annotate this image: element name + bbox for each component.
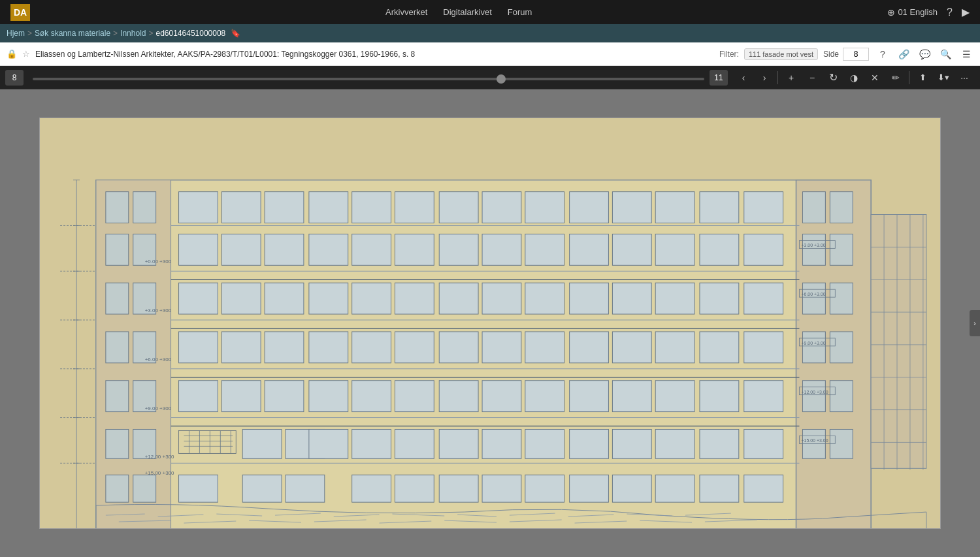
svg-text:+15.00 +300: +15.00 +300 [145, 470, 174, 476]
svg-rect-61 [352, 332, 391, 363]
svg-rect-78 [482, 381, 521, 412]
svg-rect-97 [744, 429, 783, 458]
svg-rect-51 [525, 283, 564, 314]
document-viewer: +0.00 +300 +3.00 +300 +6.00 +300 +9.00 +… [0, 89, 980, 557]
svg-text:+12.00 +3.00: +12.00 +3.00 [801, 390, 828, 394]
svg-rect-124 [133, 475, 156, 502]
svg-rect-82 [655, 381, 694, 412]
svg-text:+6.00 +3.00: +6.00 +3.00 [801, 292, 825, 296]
svg-rect-81 [612, 381, 651, 412]
total-pages-display: 11 [710, 70, 728, 86]
svg-rect-115 [106, 283, 129, 314]
user-icon[interactable]: ▶ [962, 6, 970, 18]
svg-rect-132 [830, 332, 853, 363]
svg-rect-103 [439, 475, 478, 502]
svg-rect-67 [612, 332, 651, 363]
svg-rect-47 [352, 283, 391, 314]
bookmark-icon[interactable]: 🔖 [231, 29, 240, 38]
svg-rect-104 [482, 475, 521, 502]
breadcrumb-sep-2: > [113, 29, 118, 38]
svg-rect-66 [570, 332, 609, 363]
svg-rect-69 [700, 332, 739, 363]
nav-right: ⊕ 01 English ? ▶ [887, 6, 970, 18]
page-control: Side [823, 48, 869, 61]
svg-rect-20 [395, 192, 434, 223]
svg-text:+15.00 +3.00: +15.00 +3.00 [801, 438, 828, 443]
svg-rect-108 [655, 475, 694, 502]
svg-text:+3.00 +3.00: +3.00 +3.00 [801, 243, 825, 247]
lock-icon: 🔒 [7, 49, 17, 59]
svg-rect-125 [802, 192, 825, 223]
svg-rect-35 [439, 234, 478, 265]
svg-rect-17 [265, 192, 304, 223]
nav-links: Arkivverket Digitalarkivet Forum [385, 7, 532, 17]
contrast-button[interactable]: ◑ [844, 69, 864, 87]
help-icon-title[interactable]: ? [875, 47, 890, 61]
more-button[interactable]: ··· [955, 69, 974, 87]
svg-rect-21 [439, 192, 478, 223]
help-icon[interactable]: ? [947, 7, 953, 18]
svg-rect-31 [265, 234, 304, 265]
page-input[interactable] [843, 48, 869, 61]
right-panel-toggle[interactable]: › [970, 310, 980, 336]
svg-rect-87 [309, 429, 348, 458]
app-logo[interactable]: DA [10, 4, 30, 21]
close-button[interactable]: ✕ [865, 69, 885, 87]
svg-rect-101 [352, 475, 391, 502]
svg-rect-58 [221, 332, 261, 363]
edit-button[interactable]: ✏ [886, 69, 906, 87]
svg-rect-95 [655, 429, 694, 458]
svg-rect-33 [352, 234, 391, 265]
svg-rect-29 [179, 234, 218, 265]
svg-rect-48 [395, 283, 434, 314]
list-icon-title[interactable]: ☰ [959, 47, 973, 61]
svg-rect-59 [265, 332, 304, 363]
svg-rect-117 [106, 332, 129, 363]
bookmark-icon-title[interactable]: ☆ [22, 49, 30, 59]
svg-rect-94 [612, 429, 651, 458]
language-selector[interactable]: ⊕ 01 English [887, 7, 938, 18]
svg-rect-34 [395, 234, 434, 265]
svg-rect-123 [106, 475, 129, 502]
svg-rect-119 [106, 381, 129, 412]
svg-rect-18 [309, 192, 348, 223]
svg-rect-23 [525, 192, 564, 223]
zoom-in-button[interactable]: + [781, 69, 801, 87]
comment-icon-title[interactable]: 💬 [917, 47, 932, 61]
prev-page-button[interactable]: ‹ [734, 69, 753, 87]
svg-rect-46 [309, 283, 348, 314]
svg-rect-99 [242, 475, 282, 502]
svg-rect-98 [179, 475, 218, 502]
svg-rect-41 [700, 234, 739, 265]
download-button[interactable]: ⬇▾ [934, 69, 953, 87]
next-page-button[interactable]: › [755, 69, 774, 87]
document-title: Eliassen og Lambertz-Nilssen Arkitekter,… [35, 50, 709, 59]
search-icon-title[interactable]: 🔍 [938, 47, 953, 61]
nav-arkivverket[interactable]: Arkivverket [385, 7, 427, 17]
svg-rect-89 [395, 429, 434, 458]
zoom-out-button[interactable]: − [802, 69, 822, 87]
breadcrumb-home[interactable]: Hjem [7, 29, 25, 38]
svg-rect-84 [744, 381, 783, 412]
svg-rect-73 [265, 381, 304, 412]
svg-rect-76 [395, 381, 434, 412]
breadcrumb-search[interactable]: Søk skanna materiale [35, 29, 110, 38]
svg-rect-64 [482, 332, 521, 363]
nav-digitalarkivet[interactable]: Digitalarkivet [443, 7, 491, 17]
svg-rect-15 [179, 192, 218, 223]
svg-rect-52 [570, 283, 609, 314]
rotate-button[interactable]: ↻ [823, 69, 843, 87]
nav-forum[interactable]: Forum [508, 7, 532, 17]
page-slider[interactable] [33, 78, 704, 80]
svg-rect-109 [700, 475, 739, 502]
svg-rect-60 [309, 332, 348, 363]
breadcrumb-innhold[interactable]: Innhold [120, 29, 146, 38]
svg-rect-113 [106, 234, 129, 265]
svg-rect-80 [570, 381, 609, 412]
link-icon-title[interactable]: 🔗 [896, 47, 911, 61]
share-button[interactable]: ⬆ [913, 69, 932, 87]
blueprint-drawing: +0.00 +300 +3.00 +300 +6.00 +300 +9.00 +… [40, 118, 940, 528]
svg-rect-107 [612, 475, 651, 502]
svg-rect-121 [106, 429, 129, 458]
svg-rect-126 [830, 192, 853, 223]
